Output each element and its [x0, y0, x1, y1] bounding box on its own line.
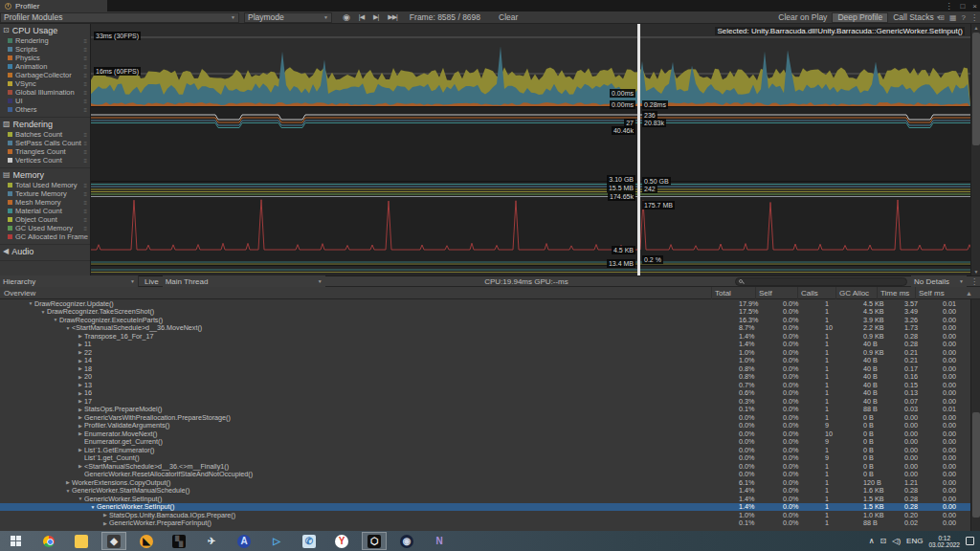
drag-handle-icon[interactable]: ≡ — [83, 184, 87, 187]
module-header[interactable]: ▨Rendering — [0, 118, 90, 130]
drag-handle-icon[interactable]: ≡ — [83, 192, 87, 196]
legend-item[interactable]: GC Allocated In Frame≡ — [0, 232, 90, 241]
table-row[interactable]: ▶List`1.GetEnumerator()0.0%0.0%10 B0.000… — [0, 446, 980, 454]
phone-app-icon[interactable]: ✆ — [293, 531, 325, 551]
table-row[interactable]: ▶180.8%0.0%140 B0.170.00 — [0, 364, 980, 373]
expand-icon[interactable]: ▶ — [77, 447, 84, 452]
expand-icon[interactable]: ▶ — [77, 358, 84, 364]
legend-item[interactable]: GC Used Memory≡ — [0, 224, 90, 232]
notification-center-icon[interactable] — [966, 537, 974, 545]
column-time-ms[interactable]: Time ms — [877, 287, 915, 299]
dark-app-icon[interactable]: ▚ — [163, 531, 195, 551]
legend-item[interactable]: SetPass Calls Count≡ — [0, 139, 90, 147]
help-icon[interactable]: ? — [962, 13, 966, 22]
column-calls[interactable]: Calls — [797, 287, 835, 299]
tray-chevron-icon[interactable]: ∧ — [869, 537, 875, 545]
cpu-usage-chart[interactable] — [91, 24, 970, 107]
legend-item[interactable]: Total Used Memory≡ — [0, 181, 90, 189]
drag-handle-icon[interactable]: ≡ — [83, 99, 87, 103]
drag-handle-icon[interactable]: ≡ — [83, 82, 87, 86]
layout-icon[interactable]: ⊞ — [938, 13, 945, 22]
volume-icon[interactable]: ◁) — [892, 537, 901, 545]
clear-on-play-toggle[interactable]: Clear on Play — [773, 12, 832, 23]
legend-item[interactable]: Vertices Count≡ — [0, 156, 90, 165]
drag-handle-icon[interactable]: ≡ — [83, 48, 87, 52]
drag-handle-icon[interactable]: ≡ — [83, 56, 87, 60]
drag-handle-icon[interactable]: ≡ — [83, 65, 87, 69]
legend-item[interactable]: Mesh Memory≡ — [0, 198, 90, 207]
expand-icon[interactable]: ▶ — [77, 342, 84, 347]
legend-item[interactable]: Others≡ — [0, 105, 90, 114]
steam-icon[interactable]: ◉ — [390, 531, 423, 551]
drag-handle-icon[interactable]: ≡ — [83, 39, 87, 43]
language-indicator[interactable]: ENG — [906, 537, 923, 545]
legend-item[interactable]: Triangles Count≡ — [0, 147, 90, 156]
scroll-up-icon[interactable]: ▲ — [971, 25, 980, 31]
expand-icon[interactable]: ▶ — [64, 479, 72, 485]
module-header[interactable]: ⊡CPU Usage — [0, 24, 90, 36]
prev-frame-button[interactable]: |◀ — [354, 12, 368, 23]
table-row[interactable]: ▶Profiler.ValidateArguments()0.0%0.0%90 … — [0, 422, 980, 430]
expand-icon[interactable]: ▶ — [77, 430, 84, 436]
drag-handle-icon[interactable]: ≡ — [83, 201, 87, 205]
a-circle-app-icon[interactable]: A — [228, 531, 260, 551]
expand-icon[interactable]: ▶ — [77, 407, 84, 412]
legend-item[interactable]: Rendering≡ — [0, 36, 90, 45]
drag-handle-icon[interactable]: ≡ — [83, 108, 87, 112]
rendering-chart[interactable] — [91, 107, 970, 182]
column-self[interactable]: Self — [755, 287, 797, 299]
table-row[interactable]: ▶WorkerExtensions.CopyOutput()6.1%0.0%11… — [0, 478, 980, 487]
last-frame-button[interactable]: ▶▶| — [383, 12, 402, 23]
collapse-icon[interactable]: ▼ — [52, 317, 59, 322]
next-frame-button[interactable]: ▶| — [368, 12, 383, 23]
tab-profiler[interactable]: Profiler — [0, 0, 107, 11]
expand-icon[interactable]: ▶ — [101, 520, 109, 526]
scroll-down-icon[interactable]: ▼ — [971, 269, 980, 275]
table-row[interactable]: ▶StatsOps.Unity.Barracuda.IOps.Prepare()… — [0, 511, 980, 519]
unity-editor-icon[interactable]: ⬡ — [358, 531, 390, 551]
column-gc-alloc[interactable]: GC Alloc — [835, 287, 877, 299]
module-header[interactable]: ◀Audio — [0, 245, 90, 257]
search-input[interactable] — [735, 277, 907, 286]
play-triangle-app-icon[interactable]: ▷ — [260, 531, 293, 551]
table-row[interactable]: ▶160.6%0.0%140 B0.130.00 — [0, 389, 980, 398]
expand-icon[interactable]: ▶ — [77, 382, 84, 387]
yandex-browser-icon[interactable]: Y — [325, 531, 358, 551]
view-mode-dropdown[interactable]: Hierarchy▼ — [0, 276, 139, 287]
table-row[interactable]: ▶Transpose_16_For_171.4%0.0%10.9 KB0.280… — [0, 332, 980, 341]
jet-app-icon[interactable]: ✈ — [195, 531, 228, 551]
expand-icon[interactable]: ▶ — [77, 390, 84, 396]
restore-icon[interactable]: □ — [960, 2, 965, 11]
audio-chart[interactable] — [91, 266, 970, 276]
notepad-n-icon[interactable]: N — [423, 531, 456, 551]
expand-icon[interactable]: ▶ — [77, 463, 84, 469]
profiler-modules-dropdown[interactable]: Profiler Modules▼ — [0, 12, 239, 23]
drag-handle-icon[interactable]: ≡ — [83, 227, 87, 231]
record-button[interactable]: ◉ — [338, 12, 354, 23]
table-row[interactable]: ▶130.7%0.0%140 B0.150.00 — [0, 381, 980, 389]
drag-handle-icon[interactable]: ≡ — [83, 74, 87, 77]
table-row[interactable]: ▼DrawRecognizer.Update()17.9%0.0%14.5 KB… — [0, 299, 980, 308]
table-row[interactable]: ▶170.3%0.0%140 B0.070.00 — [0, 397, 980, 406]
table-row[interactable]: ▶GenericWorker.PrepareForInput()0.1%0.0%… — [0, 519, 980, 528]
expand-icon[interactable]: ▶ — [77, 349, 84, 355]
clear-button[interactable]: Clear — [494, 12, 523, 23]
column-self-ms[interactable]: Self ms — [915, 287, 955, 299]
amd-icon[interactable]: ◣ — [130, 531, 163, 551]
table-row[interactable]: ▼<StartManualSchedule>d__36.MoveNext()8.… — [0, 324, 980, 333]
table-row[interactable]: ▶<StartManualSchedule>d__36.<>m__Finally… — [0, 462, 980, 471]
explorer-icon[interactable] — [65, 531, 98, 551]
collapse-icon[interactable]: ▼ — [39, 309, 47, 315]
drag-handle-icon[interactable]: ≡ — [83, 235, 87, 239]
drag-handle-icon[interactable]: ≡ — [83, 159, 87, 163]
legend-item[interactable]: Object Count≡ — [0, 215, 90, 224]
window-menu-icon[interactable]: ⋮ — [945, 2, 952, 11]
unity-hub-icon[interactable]: ◆ — [98, 531, 130, 551]
memory-chart[interactable] — [91, 182, 970, 266]
legend-item[interactable]: UI≡ — [0, 97, 90, 105]
table-row[interactable]: List`1.get_Count()0.0%0.0%90 B0.000.00 — [0, 454, 980, 463]
deep-profile-toggle[interactable]: Deep Profile — [832, 12, 888, 23]
table-row[interactable]: ▼DrawRecognizer.ExecuteInParts()16.3%0.0… — [0, 316, 980, 324]
table-scrollbar[interactable] — [970, 299, 980, 531]
drag-handle-icon[interactable]: ≡ — [83, 209, 87, 213]
